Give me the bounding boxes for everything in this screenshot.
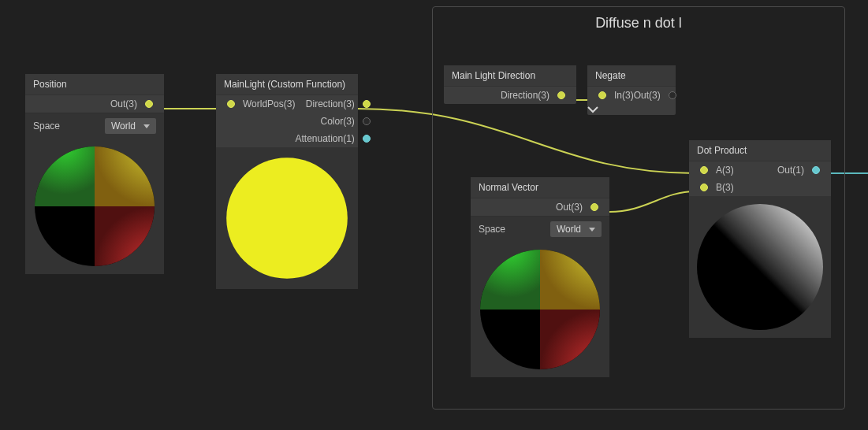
port-label: Color(3) xyxy=(321,116,355,127)
svg-rect-4 xyxy=(95,146,155,206)
preview xyxy=(25,139,164,274)
port-dot-icon[interactable] xyxy=(227,100,235,108)
port-in-a[interactable]: A(3) xyxy=(697,161,760,179)
node-main-light-direction[interactable]: Main Light Direction Direction(3) xyxy=(444,65,576,104)
port-dot-icon[interactable] xyxy=(590,203,598,211)
property-label: Space xyxy=(479,224,550,235)
port-out[interactable]: Out(1) xyxy=(760,161,823,179)
port-dot-icon[interactable] xyxy=(363,117,371,125)
svg-rect-3 xyxy=(95,206,155,266)
preview xyxy=(216,147,358,289)
property-space: Space World xyxy=(471,216,609,242)
port-out[interactable]: Out(3) xyxy=(634,87,680,104)
node-normal-vector[interactable]: Normal Vector Out(3) Space World xyxy=(471,177,609,377)
port-label: Out(3) xyxy=(556,202,583,213)
port-dot-icon[interactable] xyxy=(145,100,153,108)
svg-rect-10 xyxy=(540,250,600,310)
port-label: Direction(3) xyxy=(501,90,549,101)
chevron-down-icon xyxy=(589,228,595,232)
svg-point-5 xyxy=(226,158,348,279)
dropdown-value: World xyxy=(557,224,581,235)
property-label: Space xyxy=(33,120,105,132)
port-dot-icon[interactable] xyxy=(700,166,708,174)
space-dropdown[interactable]: World xyxy=(550,221,602,237)
dropdown-value: World xyxy=(111,120,136,132)
node-negate[interactable]: Negate In(3) Out(3) xyxy=(587,65,676,115)
space-dropdown[interactable]: World xyxy=(105,118,156,134)
port-label: Out(3) xyxy=(634,90,661,101)
port-label: B(3) xyxy=(716,182,734,193)
svg-rect-9 xyxy=(540,310,600,369)
port-label: Attenuation(1) xyxy=(295,133,354,144)
port-label: WorldPos(3) xyxy=(243,98,295,109)
svg-rect-8 xyxy=(480,250,540,310)
chevron-down-icon xyxy=(587,106,598,113)
port-out-color[interactable]: Color(3) xyxy=(295,113,373,130)
port-dot-icon[interactable] xyxy=(363,100,371,108)
node-header: Dot Product xyxy=(689,140,831,161)
preview xyxy=(471,242,609,377)
node-header: Main Light Direction xyxy=(444,65,576,87)
port-in-worldpos[interactable]: WorldPos(3) xyxy=(224,95,295,113)
svg-rect-12 xyxy=(697,204,823,330)
port-out[interactable]: Out(3) xyxy=(471,198,602,216)
port-label: Out(1) xyxy=(777,165,804,176)
port-out-direction[interactable]: Direction(3) xyxy=(295,95,373,113)
property-space: Space World xyxy=(25,113,164,139)
chevron-down-icon xyxy=(143,124,150,128)
expand-toggle[interactable] xyxy=(587,104,676,115)
group-title: Diffuse n dot l xyxy=(433,7,844,39)
node-header: Negate xyxy=(587,65,676,87)
port-out-attenuation[interactable]: Attenuation(1) xyxy=(295,130,373,147)
port-dot-icon[interactable] xyxy=(669,91,676,99)
port-label: Out(3) xyxy=(110,98,137,109)
node-header: Normal Vector xyxy=(471,177,609,198)
svg-rect-2 xyxy=(35,146,95,206)
port-label: In(3) xyxy=(614,90,634,101)
port-label: Direction(3) xyxy=(306,98,355,109)
port-dot-icon[interactable] xyxy=(700,183,708,191)
port-dot-icon[interactable] xyxy=(598,91,606,99)
node-mainlight[interactable]: MainLight (Custom Function) WorldPos(3) … xyxy=(216,74,358,289)
node-position[interactable]: Position Out(3) Space World xyxy=(25,74,164,274)
port-dot-icon[interactable] xyxy=(363,135,371,143)
port-in-b[interactable]: B(3) xyxy=(697,179,760,196)
port-out-direction[interactable]: Direction(3) xyxy=(444,87,568,104)
preview xyxy=(689,196,831,338)
node-header: Position xyxy=(25,74,164,95)
port-dot-icon[interactable] xyxy=(557,91,565,99)
node-dot-product[interactable]: Dot Product A(3) B(3) Out(1) xyxy=(689,140,831,338)
port-label: A(3) xyxy=(716,165,734,176)
port-dot-icon[interactable] xyxy=(812,166,820,174)
port-in[interactable]: In(3) xyxy=(595,87,634,104)
port-out[interactable]: Out(3) xyxy=(25,95,156,113)
node-header: MainLight (Custom Function) xyxy=(216,74,358,95)
